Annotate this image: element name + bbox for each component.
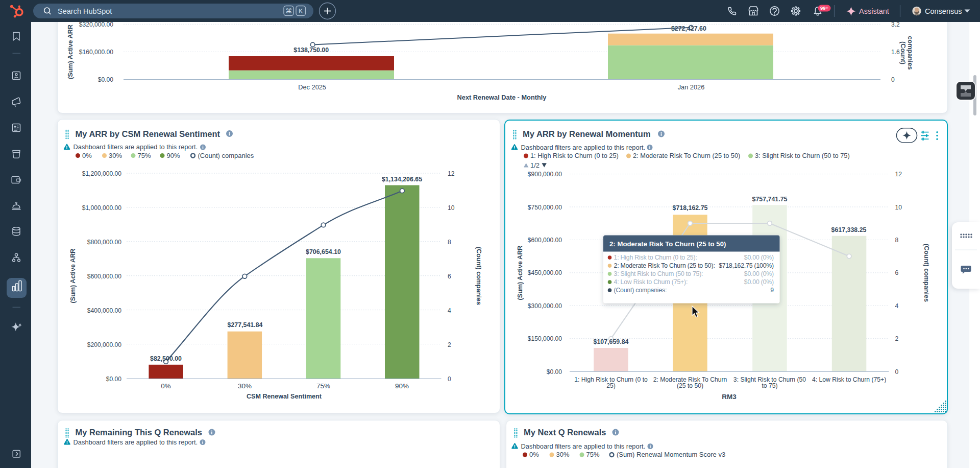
svg-text:K: K: [299, 8, 303, 15]
svg-text:⌘: ⌘: [285, 7, 292, 15]
svg-text:Assistant: Assistant: [859, 7, 889, 15]
svg-text:Search HubSpot: Search HubSpot: [58, 7, 112, 15]
svg-text:99+: 99+: [820, 5, 829, 11]
svg-text:Consensus: Consensus: [925, 7, 962, 15]
